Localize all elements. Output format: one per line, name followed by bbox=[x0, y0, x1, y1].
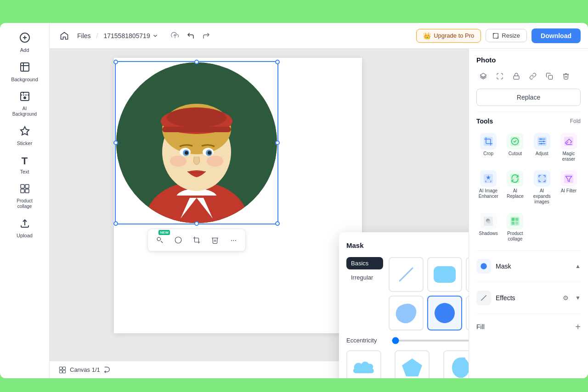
sidebar-item-sticker[interactable]: Sticker bbox=[4, 122, 45, 150]
sidebar-item-upload[interactable]: Upload bbox=[4, 214, 45, 242]
svg-rect-39 bbox=[63, 370, 66, 373]
divider-1 bbox=[476, 112, 581, 112]
sidebar-item-text[interactable]: T Text bbox=[4, 151, 45, 179]
eccentricity-slider[interactable] bbox=[392, 340, 469, 342]
canvas: ↻ NEW bbox=[114, 58, 362, 333]
handle-bl[interactable] bbox=[113, 221, 118, 226]
tool-magic-eraser[interactable]: Magic eraser bbox=[557, 130, 581, 165]
tool-ai-filter[interactable]: AI Filter bbox=[557, 168, 581, 207]
svg-marker-6 bbox=[21, 127, 29, 135]
mask-shape-squircle[interactable] bbox=[466, 257, 469, 292]
svg-point-29 bbox=[170, 156, 187, 167]
mask-shape-star[interactable] bbox=[466, 296, 469, 330]
sidebar-item-product-collage[interactable]: Productcollage bbox=[4, 179, 45, 213]
text-icon: T bbox=[22, 155, 28, 167]
canvas-expand-icon[interactable] bbox=[104, 367, 110, 373]
upgrade-label: Upgrade to Pro bbox=[434, 32, 474, 39]
resize-label: Resize bbox=[502, 32, 520, 39]
upgrade-btn[interactable]: 👑 Upgrade to Pro bbox=[416, 29, 481, 43]
mask-shape-line[interactable] bbox=[389, 257, 424, 292]
more-toolbar-btn[interactable]: ⋯ bbox=[225, 232, 242, 248]
sticker-icon bbox=[19, 125, 30, 139]
mask-accordion-icon bbox=[476, 259, 491, 274]
tools-grid: Crop Cutout Adjust bbox=[476, 130, 581, 245]
sidebar-item-add-label: Add bbox=[20, 47, 29, 53]
effects-settings-icon[interactable]: ⚙ bbox=[563, 294, 569, 302]
svg-rect-66 bbox=[515, 218, 519, 221]
mask-shape-cloud[interactable] bbox=[346, 350, 381, 378]
svg-rect-38 bbox=[59, 370, 62, 373]
effects-accordion-icon bbox=[476, 291, 491, 305]
sidebar-item-background[interactable]: Background bbox=[4, 58, 45, 86]
svg-point-63 bbox=[487, 220, 491, 224]
fill-add-btn[interactable]: + bbox=[575, 322, 581, 331]
mask-btn[interactable] bbox=[170, 232, 187, 248]
sidebar-item-add[interactable]: Add bbox=[4, 28, 45, 57]
copy-icon-btn[interactable] bbox=[543, 69, 556, 83]
redo-btn[interactable] bbox=[199, 28, 214, 43]
svg-point-46 bbox=[453, 361, 468, 378]
svg-line-40 bbox=[400, 268, 413, 281]
tool-adjust[interactable]: Adjust bbox=[530, 130, 554, 165]
svg-rect-10 bbox=[25, 189, 29, 193]
layers-icon-btn[interactable] bbox=[476, 69, 490, 83]
tool-product-collage[interactable]: Product collage bbox=[503, 210, 527, 245]
tool-cutout[interactable]: Cutout bbox=[503, 130, 527, 165]
undo-btn[interactable] bbox=[183, 28, 198, 43]
mask-shape-pentagon[interactable] bbox=[395, 350, 430, 378]
files-label[interactable]: Files bbox=[77, 32, 91, 39]
tool-ai-enhancer[interactable]: AI Image Enhancer bbox=[476, 168, 500, 207]
svg-point-28 bbox=[208, 151, 211, 155]
svg-rect-9 bbox=[21, 189, 24, 193]
photo-circle bbox=[116, 62, 277, 223]
svg-point-35 bbox=[175, 237, 181, 243]
handle-br[interactable] bbox=[275, 221, 280, 226]
tool-shadows[interactable]: Shadows bbox=[476, 210, 500, 245]
mask-shape-teardrop[interactable] bbox=[443, 350, 469, 378]
ai-btn-wrapper[interactable]: NEW bbox=[152, 232, 168, 248]
svg-point-5 bbox=[24, 97, 26, 99]
crop-toolbar-btn[interactable] bbox=[188, 232, 205, 248]
tool-ai-replace[interactable]: AI Replace bbox=[503, 168, 527, 207]
mask-accordion[interactable]: Mask ▲ bbox=[476, 256, 581, 276]
tool-ai-enhancer-label: AI Image Enhancer bbox=[477, 188, 499, 199]
cloud-sync-btn[interactable] bbox=[168, 28, 182, 43]
background-icon bbox=[19, 62, 30, 75]
tools-header: Tools Fold bbox=[476, 118, 581, 125]
mask-accordion-toggle: ▲ bbox=[575, 263, 581, 269]
svg-marker-45 bbox=[402, 358, 422, 376]
handle-tr[interactable] bbox=[275, 60, 280, 64]
svg-rect-67 bbox=[512, 222, 515, 225]
delete-icon-btn[interactable] bbox=[559, 69, 573, 83]
resize-btn[interactable]: Resize bbox=[486, 29, 527, 42]
svg-point-34 bbox=[157, 237, 161, 241]
handle-tl[interactable] bbox=[113, 60, 118, 64]
tool-adjust-label: Adjust bbox=[536, 151, 548, 156]
tool-ai-expand[interactable]: AI expands images bbox=[530, 168, 554, 207]
photo-element[interactable]: ↻ NEW bbox=[116, 62, 277, 223]
replace-btn[interactable]: Replace bbox=[476, 89, 581, 106]
tool-cutout-label: Cutout bbox=[509, 151, 522, 156]
svg-rect-37 bbox=[63, 367, 66, 370]
delete-toolbar-btn[interactable] bbox=[207, 232, 223, 248]
svg-rect-31 bbox=[171, 196, 222, 223]
home-btn[interactable] bbox=[57, 28, 72, 43]
category-basics-btn[interactable]: Basics bbox=[346, 257, 383, 269]
mask-shape-blob[interactable] bbox=[389, 296, 424, 330]
expand-icon-btn[interactable] bbox=[493, 69, 507, 83]
download-btn[interactable]: Download bbox=[531, 28, 581, 43]
photo-icons-row bbox=[476, 69, 581, 83]
sidebar-item-ai-background[interactable]: AIBackground bbox=[4, 87, 45, 121]
mask-shape-rounded-rect[interactable] bbox=[427, 257, 462, 292]
fold-btn[interactable]: Fold bbox=[570, 118, 581, 124]
filename-dropdown[interactable]: 1715581805719 bbox=[103, 32, 158, 39]
category-irregular-btn[interactable]: Irregular bbox=[346, 271, 383, 284]
sidebar-item-upload-label: Upload bbox=[17, 233, 33, 239]
lock-icon-btn[interactable] bbox=[509, 69, 523, 83]
mask-shape-circle[interactable] bbox=[427, 296, 462, 330]
link-icon-btn[interactable] bbox=[526, 69, 540, 83]
effects-accordion[interactable]: Effects ⚙ ▼ bbox=[476, 288, 581, 308]
tool-crop[interactable]: Crop bbox=[476, 130, 500, 165]
right-panel: Photo bbox=[469, 49, 588, 378]
svg-rect-48 bbox=[514, 76, 519, 79]
